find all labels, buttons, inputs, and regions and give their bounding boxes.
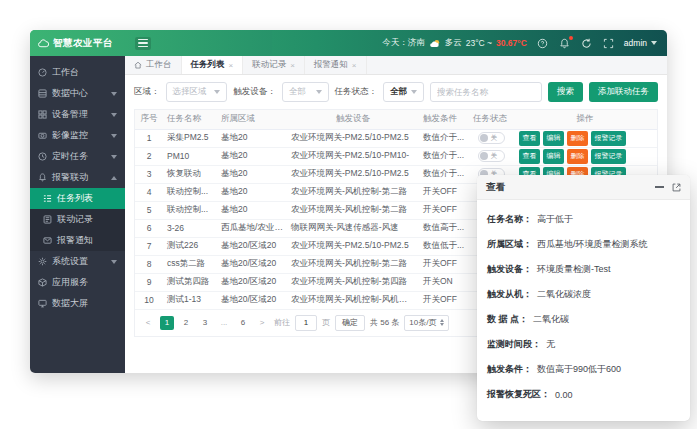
sidebar-label: 应用服务 [52, 276, 88, 289]
topbar-right: 今天：济南 多云 23°C ~ 30.67°C admin [382, 37, 667, 50]
minimize-icon[interactable] [655, 186, 664, 188]
field-label: 数 据 点： [487, 313, 528, 326]
weather-condition: 多云 [445, 37, 462, 49]
cell-device: 农业环境网关-风机控制-第四路 [287, 273, 419, 291]
sidebar-item-workbench[interactable]: 工作台 [30, 62, 125, 83]
sidebar-item-device-mgmt[interactable]: 设备管理 [30, 104, 125, 125]
cell-seq: 1 [135, 129, 163, 147]
pager-page[interactable]: 3 [198, 316, 212, 330]
chevron-down-icon [111, 113, 117, 117]
sidebar-item-task-list[interactable]: 任务列表 [30, 188, 125, 209]
page-size-select[interactable]: 10条/页 [404, 315, 449, 331]
notification-bell-icon[interactable] [558, 37, 571, 50]
add-linkage-task-button[interactable]: 添加联动任务 [589, 82, 658, 102]
sidebar-item-system-settings[interactable]: 系统设置 [30, 251, 125, 272]
stepper-icon [440, 319, 444, 326]
cell-device: 农业环境网关-风机控制-第二路 [287, 255, 419, 273]
region-filter-label: 区域： [134, 86, 160, 98]
detail-field: 监测时间段： 无 [487, 332, 680, 357]
device-select[interactable]: 全部 [282, 82, 329, 102]
page-size-value: 10条/页 [409, 317, 436, 328]
sidebar-submenu: 任务列表 联动记录 报警通知 [30, 188, 125, 251]
table-row: 1 采集PM2.5 基地20 农业环境网关-PM2.5/10-PM2.5 数值介… [135, 129, 657, 147]
search-input[interactable] [430, 82, 542, 102]
detail-field: 所属区域： 西瓜基地/环境质量检测系统 [487, 232, 680, 257]
user-menu[interactable]: admin [624, 38, 657, 48]
sidebar-item-timed-tasks[interactable]: 定时任务 [30, 146, 125, 167]
search-button[interactable]: 搜索 [548, 82, 583, 102]
sidebar: 工作台 数据中心 设备管理 影像监控 定时任务 [30, 56, 125, 373]
sidebar-label: 系统设置 [52, 255, 88, 268]
big-screen-icon [38, 299, 47, 308]
sidebar-item-video-monitor[interactable]: 影像监控 [30, 125, 125, 146]
region-select[interactable]: 选择区域 [166, 82, 228, 102]
cell-seq: 7 [135, 237, 163, 255]
panel-body: 任务名称： 高于低于 所属区域： 西瓜基地/环境质量检测系统 触发设备： 环境质… [477, 200, 690, 414]
delete-button[interactable]: 删除 [567, 149, 588, 164]
alarm-record-button[interactable]: 报警记录 [591, 149, 626, 164]
alarm-record-button[interactable]: 报警记录 [591, 131, 626, 146]
close-icon[interactable]: × [229, 61, 234, 70]
sidebar-item-linkage-records[interactable]: 联动记录 [30, 209, 125, 230]
sidebar-item-alarm-linkage[interactable]: 报警联动 [30, 167, 125, 188]
sidebar-item-data-center[interactable]: 数据中心 [30, 83, 125, 104]
cell-device: 农业环境网关-PM2.5/10-PM2.5 [287, 237, 419, 255]
page-unit-label: 页 [322, 317, 330, 328]
field-label: 触发条件： [487, 363, 532, 376]
cell-condition: 数值介于... [419, 147, 469, 165]
tab-label: 工作台 [146, 59, 172, 71]
delete-button[interactable]: 删除 [567, 131, 588, 146]
view-button[interactable]: 查看 [519, 131, 540, 146]
prev-page-button[interactable]: < [141, 316, 155, 330]
chevron-down-icon [411, 90, 417, 94]
field-label: 报警恢复死区： [487, 388, 550, 401]
refresh-icon[interactable] [580, 37, 593, 50]
fullscreen-icon[interactable] [602, 37, 615, 50]
goto-confirm-button[interactable]: 确定 [335, 315, 365, 331]
toggle-label: 关 [491, 152, 498, 161]
field-value: 高于低于 [537, 213, 573, 226]
sidebar-item-data-screen[interactable]: 数据大屏 [30, 293, 125, 314]
col-condition: 触发条件 [419, 110, 469, 129]
status-filter-label: 任务状态： [335, 86, 378, 98]
sidebar-item-app-services[interactable]: 应用服务 [30, 272, 125, 293]
chevron-down-icon [111, 155, 117, 159]
pager-page[interactable]: 1 [160, 316, 174, 330]
temp-high: 30.67°C [496, 38, 527, 48]
records-book-icon [43, 215, 52, 224]
message-icon [43, 236, 52, 245]
help-icon[interactable] [536, 37, 549, 50]
status-toggle[interactable]: 关 [478, 150, 505, 162]
cell-name: PM10 [163, 147, 217, 165]
tab-task-list[interactable]: 任务列表 × [182, 56, 244, 74]
edit-button[interactable]: 编辑 [543, 149, 564, 164]
hamburger-menu-icon[interactable] [135, 37, 151, 50]
expand-icon[interactable] [672, 183, 681, 192]
cell-condition: 数值高于... [419, 219, 469, 237]
cell-condition: 数值低于... [419, 237, 469, 255]
close-icon[interactable]: × [352, 61, 357, 70]
close-icon[interactable]: × [290, 61, 295, 70]
chevron-down-icon [111, 134, 117, 138]
goto-page-input[interactable] [295, 315, 317, 331]
pager-page[interactable]: 2 [179, 316, 193, 330]
panel-title: 查看 [486, 181, 505, 194]
status-toggle[interactable]: 关 [478, 132, 505, 144]
pager-page[interactable]: 6 [236, 316, 250, 330]
detail-field: 数 据 点： 二氧化碳 [487, 307, 680, 332]
tab-workbench[interactable]: 工作台 [125, 56, 182, 74]
next-page-button[interactable]: > [255, 316, 269, 330]
app-logo: 智慧农业平台 [30, 37, 125, 50]
sidebar-item-alarm-notify[interactable]: 报警通知 [30, 230, 125, 251]
cell-region: 基地20 [217, 165, 287, 183]
edit-button[interactable]: 编辑 [543, 131, 564, 146]
cell-seq: 5 [135, 201, 163, 219]
tab-linkage-records[interactable]: 联动记录 × [243, 56, 305, 74]
view-detail-panel: 查看 任务名称： 高于低于 所属区域： 西瓜基地/环境质量检测系统 触发设备： … [477, 175, 690, 421]
weather-today: 今天：济南 [382, 37, 425, 49]
status-select[interactable]: 全部 [383, 82, 424, 102]
view-button[interactable]: 查看 [519, 149, 540, 164]
tab-alarm-notify[interactable]: 报警通知 × [305, 56, 367, 74]
toggle-knob [480, 134, 488, 142]
field-value: 西瓜基地/环境质量检测系统 [537, 238, 648, 251]
